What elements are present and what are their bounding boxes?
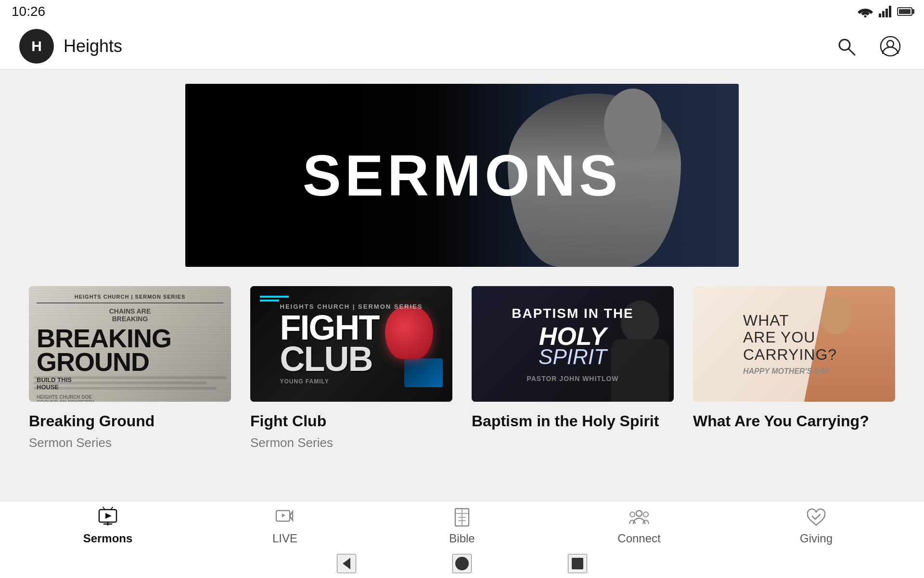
- svg-rect-2: [882, 11, 885, 17]
- card-title-fight-club: Fight Club: [250, 411, 452, 432]
- card-subtitle-fight-club: Sermon Series: [250, 435, 452, 450]
- system-nav: [0, 549, 924, 578]
- svg-marker-26: [343, 558, 350, 569]
- status-bar: 10:26: [0, 0, 924, 23]
- sermon-cards-section: HEIGHTS CHURCH | SERMON SERIES CHAINS AR…: [0, 267, 924, 460]
- svg-rect-4: [889, 6, 891, 17]
- nav-item-giving[interactable]: Giving: [787, 506, 845, 545]
- svg-marker-12: [105, 513, 112, 519]
- search-button[interactable]: [832, 32, 860, 61]
- sermon-card-baptism[interactable]: BAPTISM IN THE HOLY Spirit PASTOR JOHN W…: [472, 286, 674, 450]
- svg-point-8: [887, 40, 894, 47]
- status-time: 10:26: [12, 4, 45, 19]
- profile-button[interactable]: [876, 32, 905, 61]
- wifi-icon: [858, 6, 873, 17]
- svg-point-24: [630, 512, 635, 517]
- home-button[interactable]: [452, 554, 472, 573]
- card-title-baptism: Baptism in the Holy Spirit: [472, 411, 674, 432]
- svg-rect-1: [879, 13, 881, 17]
- svg-point-25: [643, 512, 648, 517]
- app-bar-right: [832, 32, 905, 61]
- sermon-card-breaking-ground[interactable]: HEIGHTS CHURCH | SERMON SERIES CHAINS AR…: [29, 286, 231, 450]
- svg-point-0: [864, 15, 867, 18]
- svg-rect-3: [886, 9, 888, 17]
- sermons-icon: [96, 506, 119, 529]
- bottom-nav: Sermons LIVE Bible: [0, 501, 924, 549]
- recents-button[interactable]: [568, 554, 587, 573]
- nav-item-bible[interactable]: Bible: [433, 506, 491, 545]
- card-thumbnail-what-carrying: WHATARE YOUCARRYING? happy mother's day: [693, 286, 895, 402]
- app-bar-left: H Heights: [19, 29, 122, 64]
- nav-item-sermons[interactable]: Sermons: [79, 506, 137, 545]
- hero-banner: SERMONS: [185, 84, 739, 267]
- svg-point-23: [636, 511, 642, 516]
- card-title-breaking-ground: Breaking Ground: [29, 411, 231, 432]
- svg-point-7: [881, 37, 900, 56]
- app-bar: H Heights: [0, 23, 924, 69]
- cell-signal-icon: [879, 6, 891, 17]
- card-subtitle-breaking-ground: Sermon Series: [29, 435, 231, 450]
- nav-item-connect[interactable]: Connect: [610, 506, 668, 545]
- account-icon: [880, 36, 901, 57]
- nav-item-live[interactable]: LIVE: [256, 506, 314, 545]
- nav-label-connect: Connect: [617, 532, 660, 545]
- back-button[interactable]: [337, 554, 356, 573]
- card-thumbnail-fight-club: HEIGHTS CHURCH | SERMON SERIES FIGHTCLUB…: [250, 286, 452, 402]
- search-icon: [835, 36, 857, 57]
- svg-marker-17: [282, 513, 285, 517]
- bible-icon: [450, 506, 474, 529]
- svg-rect-27: [572, 558, 583, 569]
- connect-icon: [628, 506, 651, 529]
- nav-label-sermons: Sermons: [83, 532, 133, 545]
- nav-label-bible: Bible: [449, 532, 475, 545]
- status-icons: [858, 6, 912, 17]
- sermon-card-fight-club[interactable]: HEIGHTS CHURCH | SERMON SERIES FIGHTCLUB…: [250, 286, 452, 450]
- app-name: Heights: [64, 36, 122, 56]
- hero-title: SERMONS: [303, 142, 622, 209]
- card-title-what-carrying: What Are You Carrying?: [693, 411, 895, 432]
- live-icon: [273, 506, 296, 529]
- app-logo: H: [19, 29, 54, 64]
- nav-label-live: LIVE: [272, 532, 297, 545]
- battery-icon: [897, 7, 912, 16]
- nav-label-giving: Giving: [800, 532, 833, 545]
- svg-line-6: [848, 49, 855, 55]
- card-thumbnail-baptism: BAPTISM IN THE HOLY Spirit PASTOR JOHN W…: [472, 286, 674, 402]
- sermon-card-what-carrying[interactable]: WHATARE YOUCARRYING? happy mother's day …: [693, 286, 895, 450]
- card-thumbnail-breaking-ground: HEIGHTS CHURCH | SERMON SERIES CHAINS AR…: [29, 286, 231, 402]
- giving-icon: [805, 506, 828, 529]
